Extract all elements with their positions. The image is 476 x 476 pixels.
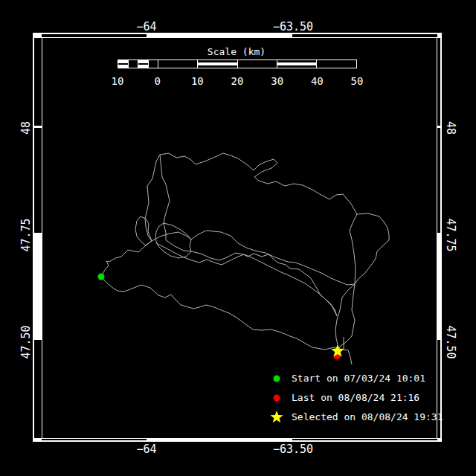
lat-label-left-4775: 47.75 <box>20 218 32 251</box>
scale-bar-divider <box>148 60 149 68</box>
legend-marker-glyph <box>274 376 280 382</box>
scale-tick-label: 50 <box>351 75 364 87</box>
scale-bar-segment <box>118 60 128 68</box>
gps-track-path <box>166 240 337 316</box>
scale-bar-segment <box>277 60 316 68</box>
map-plot[interactable]: −64 −63.50 −64 −63.50 48 47.75 47.50 48 … <box>0 0 476 476</box>
lat-label-left-4750: 47.50 <box>20 325 32 358</box>
selected-marker-icon <box>268 409 285 425</box>
gps-track-path <box>101 277 338 350</box>
scale-bar-segment <box>128 60 138 68</box>
scale-bar-divider <box>128 60 129 68</box>
gps-track <box>101 153 389 364</box>
last-marker-icon <box>268 390 285 406</box>
track-markers <box>98 274 345 360</box>
scale-bar-segment <box>237 60 277 68</box>
gps-track-path <box>135 216 152 245</box>
scale-bar-segment <box>198 60 237 68</box>
lon-label-top-6350: −63.50 <box>273 21 313 33</box>
start-marker-icon <box>268 370 285 387</box>
gps-track-path <box>101 155 160 277</box>
scale-bar-divider <box>197 60 198 68</box>
legend-marker-glyph <box>274 395 280 402</box>
scale-bar-divider <box>316 60 317 68</box>
scale-bar-segment <box>148 60 158 68</box>
scale-tick-label: 10 <box>112 75 124 87</box>
scale-bar-segment <box>158 60 197 68</box>
scale-tick-label: 30 <box>271 75 283 87</box>
scale-bar-tick-labels: 1001020304050 <box>118 75 357 87</box>
scale-bar-segment <box>317 60 356 68</box>
legend-marker-glyph <box>270 411 283 422</box>
gps-track-path <box>338 284 355 350</box>
start-marker[interactable] <box>98 274 105 280</box>
lat-label-right-48: 48 <box>445 121 457 135</box>
gps-track-path <box>344 337 352 364</box>
gps-track-path <box>156 243 337 316</box>
scale-bar-divider <box>158 60 158 68</box>
lon-label-bottom-6350: −63.50 <box>273 443 313 455</box>
scale-bar-divider <box>237 60 238 68</box>
scale-bar <box>118 60 357 68</box>
scale-bar-segment <box>138 60 148 68</box>
gps-track-path <box>350 214 357 284</box>
gps-track-path <box>155 223 191 258</box>
legend-label-selected: Selected on 08/08/24 19:31 <box>292 411 443 423</box>
scale-bar-divider <box>138 60 138 68</box>
scale-tick-label: 40 <box>311 75 324 87</box>
lon-label-bottom-64: −64 <box>136 443 156 455</box>
legend-label-start: Start on 07/03/24 10:01 <box>292 373 425 385</box>
scale-bar-title: Scale (km) <box>208 46 266 57</box>
lat-label-right-4775: 47.75 <box>445 218 457 251</box>
lat-label-right-4750: 47.50 <box>445 325 457 358</box>
scale-tick-label: 10 <box>191 75 204 87</box>
scale-tick-label: 0 <box>154 75 160 87</box>
lon-label-top-64: −64 <box>136 21 156 33</box>
gps-track-path <box>160 155 170 240</box>
scale-tick-label: 20 <box>231 75 244 87</box>
lat-label-left-48: 48 <box>20 121 32 135</box>
map-canvas <box>0 0 476 476</box>
legend-label-last: Last on 08/08/24 21:16 <box>292 392 419 404</box>
scale-bar-divider <box>277 60 277 68</box>
scale-bar-blocks <box>118 60 356 68</box>
